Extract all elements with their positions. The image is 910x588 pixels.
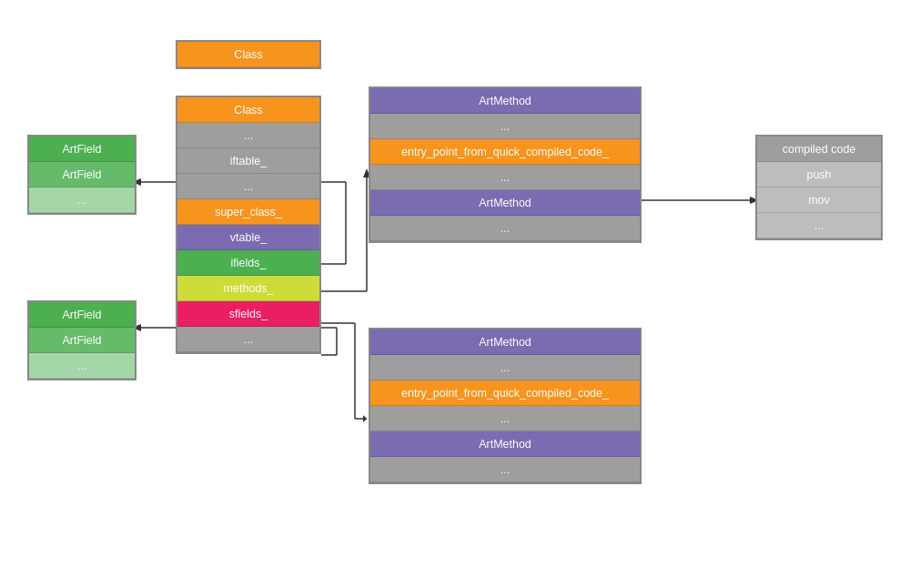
block-row: ... bbox=[370, 355, 640, 380]
block-row: ... bbox=[370, 165, 640, 190]
block-row: ... bbox=[370, 216, 640, 241]
block-row: mov bbox=[757, 188, 881, 213]
block-row: ... bbox=[370, 114, 640, 139]
block-row: vtable_ bbox=[177, 225, 319, 250]
artfield-top: ArtFieldArtField... bbox=[27, 135, 136, 215]
block-row: ... bbox=[29, 353, 135, 379]
block-row: compiled code bbox=[757, 137, 881, 162]
block-row: ArtField bbox=[29, 162, 135, 188]
block-row: sfields_ bbox=[177, 301, 319, 327]
block-row: methods_ bbox=[177, 276, 319, 301]
block-row: Class bbox=[177, 42, 319, 67]
block-row: super_class_ bbox=[177, 199, 319, 225]
block-row: ifields_ bbox=[177, 250, 319, 276]
block-row: ArtMethod bbox=[370, 88, 640, 114]
block-row: ... bbox=[757, 213, 881, 238]
artmethod-top: ArtMethod...entry_point_from_quick_compi… bbox=[369, 86, 642, 243]
block-row: iftable_ bbox=[177, 148, 319, 174]
block-row: entry_point_from_quick_compiled_code_ bbox=[370, 380, 640, 406]
block-row: ... bbox=[370, 406, 640, 431]
block-row: ArtMethod bbox=[370, 431, 640, 457]
compiled-code: compiled codepushmov... bbox=[755, 135, 883, 240]
block-row: ArtMethod bbox=[370, 329, 640, 355]
diagram-container: ClassClass...iftable_...super_class_vtab… bbox=[0, 0, 910, 588]
svg-marker-10 bbox=[363, 415, 367, 422]
block-row: ... bbox=[177, 327, 319, 352]
block-row: entry_point_from_quick_compiled_code_ bbox=[370, 139, 640, 165]
block-row: Class bbox=[177, 97, 319, 123]
artmethod-bottom: ArtMethod...entry_point_from_quick_compi… bbox=[369, 328, 642, 484]
block-row: ... bbox=[177, 123, 319, 148]
block-row: ArtMethod bbox=[370, 190, 640, 216]
class-top-header: Class bbox=[176, 40, 321, 69]
block-row: ... bbox=[29, 188, 135, 213]
block-row: push bbox=[757, 162, 881, 188]
class-main: Class...iftable_...super_class_vtable_if… bbox=[176, 96, 321, 354]
block-row: ... bbox=[370, 457, 640, 482]
block-row: ... bbox=[177, 174, 319, 199]
block-row: ArtField bbox=[29, 302, 135, 328]
artfield-bottom: ArtFieldArtField... bbox=[27, 300, 136, 380]
block-row: ArtField bbox=[29, 137, 135, 162]
block-row: ArtField bbox=[29, 328, 135, 353]
